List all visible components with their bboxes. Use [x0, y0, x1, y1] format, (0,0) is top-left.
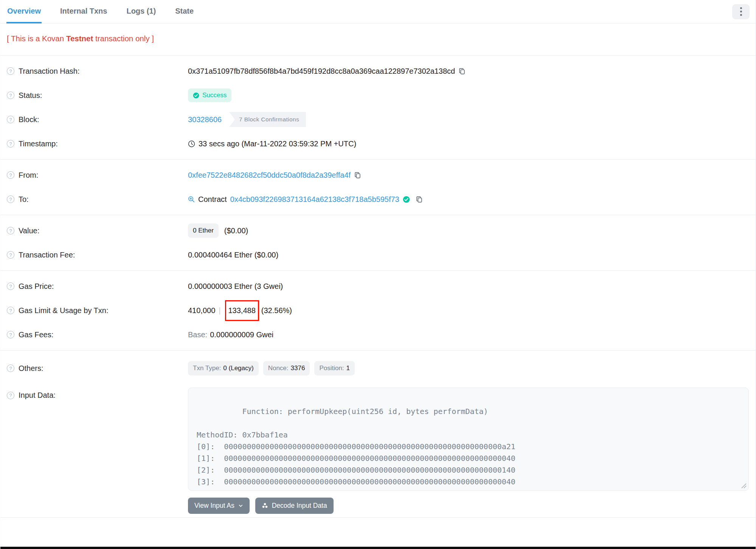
txn-type-value: 0 (Legacy) [223, 364, 253, 372]
base-fee-value: 0.000000009 Gwei [210, 330, 273, 339]
position-badge: Position: 1 [314, 361, 355, 375]
to-type: Contract [198, 195, 227, 204]
copy-icon[interactable] [354, 172, 361, 179]
row-others: ? Others: Txn Type: 0 (Legacy) Nonce: 33… [0, 354, 756, 383]
transaction-details-page: Overview Internal Txns Logs (1) State [ … [0, 0, 756, 549]
help-icon[interactable]: ? [7, 116, 14, 123]
row-value: ? Value: 0 Ether ($0.00) [0, 219, 756, 243]
section-overview-top: ? Transaction Hash: 0x371a51097fb78df856… [0, 55, 756, 159]
block-label: Block: [19, 115, 39, 124]
section-gas: ? Gas Price: 0.000000003 Ether (3 Gwei) … [0, 270, 756, 350]
tab-overview[interactable]: Overview [6, 0, 42, 23]
timestamp-label: Timestamp: [19, 140, 58, 148]
decode-input-data-button[interactable]: Decode Input Data [255, 498, 334, 514]
chevron-down-icon [238, 503, 243, 508]
resize-grip-icon[interactable] [741, 483, 747, 489]
transaction-fee-value: 0.000400464 Ether ($0.00) [188, 251, 278, 259]
notice-suffix: transaction only ] [93, 34, 154, 43]
status-label: Status: [19, 91, 42, 100]
input-data-textarea[interactable]: Function: performUpkeep(uint256 id, byte… [188, 388, 749, 491]
view-input-as-button[interactable]: View Input As [188, 498, 250, 514]
section-others-input: ? Others: Txn Type: 0 (Legacy) Nonce: 33… [0, 350, 756, 517]
tab-state[interactable]: State [174, 0, 194, 23]
to-label: To: [19, 195, 29, 204]
from-label: From: [19, 171, 38, 180]
row-gas-price: ? Gas Price: 0.000000003 Ether (3 Gwei) [0, 274, 756, 298]
row-transaction-fee: ? Transaction Fee: 0.000400464 Ether ($0… [0, 243, 756, 267]
check-circle-icon [193, 92, 199, 99]
row-status: ? Status: Success [0, 83, 756, 107]
nonce-label: Nonce: [268, 364, 289, 372]
row-to: ? To: Contract 0x4cb093f226983713164a621… [0, 187, 756, 211]
section-addresses: ? From: 0xfee7522e8482682cf50ddc50a0f8da… [0, 159, 756, 215]
tab-internal-txns[interactable]: Internal Txns [59, 0, 108, 23]
value-usd: ($0.00) [224, 226, 248, 235]
nonce-value: 3376 [291, 364, 305, 372]
magnifier-plus-icon[interactable] [188, 196, 195, 203]
to-address-link[interactable]: 0x4cb093f226983713164a62138c3f718a5b595f… [230, 195, 399, 204]
gas-used-percent: (32.56%) [261, 306, 292, 315]
decode-icon [262, 502, 268, 509]
help-icon[interactable]: ? [7, 171, 14, 179]
help-icon[interactable]: ? [7, 282, 14, 290]
copy-icon[interactable] [458, 68, 466, 75]
txn-type-label: Txn Type: [193, 364, 221, 372]
copy-icon[interactable] [416, 196, 423, 203]
notice-bold: Testnet [66, 34, 93, 43]
verified-check-icon [403, 196, 410, 203]
row-transaction-hash: ? Transaction Hash: 0x371a51097fb78df856… [0, 59, 756, 83]
input-data-label: Input Data: [19, 391, 56, 400]
help-icon[interactable]: ? [7, 67, 14, 75]
card-footer [0, 517, 756, 530]
input-data-content: Function: performUpkeep(uint256 id, byte… [197, 407, 515, 491]
bottom-window-edge [0, 547, 756, 549]
clock-icon [188, 140, 195, 147]
gas-limit-value: 410,000 [188, 306, 215, 315]
value-amount-badge: 0 Ether [188, 223, 219, 238]
gas-price-label: Gas Price: [19, 282, 54, 291]
others-label: Others: [19, 364, 43, 373]
help-icon[interactable]: ? [7, 331, 14, 338]
timestamp-value: 33 secs ago (Mar-11-2022 03:59:32 PM +UT… [199, 140, 356, 148]
gas-used-annotation-box: 133,488 [225, 300, 259, 321]
help-icon[interactable]: ? [7, 195, 14, 203]
base-fee-label: Base: [188, 330, 207, 339]
help-icon[interactable]: ? [7, 140, 14, 147]
kebab-menu-button[interactable] [732, 4, 750, 19]
help-icon[interactable]: ? [7, 392, 14, 399]
decode-input-data-label: Decode Input Data [272, 502, 327, 510]
section-value: ? Value: 0 Ether ($0.00) ? Transaction F… [0, 215, 756, 270]
transaction-hash-label: Transaction Hash: [19, 67, 80, 76]
transaction-fee-label: Transaction Fee: [19, 251, 75, 259]
row-from: ? From: 0xfee7522e8482682cf50ddc50a0f8da… [0, 163, 756, 187]
help-icon[interactable]: ? [7, 92, 14, 99]
position-label: Position: [319, 364, 344, 372]
gas-limit-usage-label: Gas Limit & Usage by Txn: [19, 306, 109, 315]
testnet-notice: [ This is a Kovan Testnet transaction on… [0, 23, 756, 55]
row-gas-fees: ? Gas Fees: Base: 0.000000009 Gwei [0, 323, 756, 347]
row-block: ? Block: 30328606 7 Block Confirmations [0, 107, 756, 132]
help-icon[interactable]: ? [7, 227, 14, 234]
status-badge: Success [188, 88, 231, 102]
kebab-icon [740, 7, 742, 9]
gas-price-value: 0.000000003 Ether (3 Gwei) [188, 282, 283, 291]
row-timestamp: ? Timestamp: 33 secs ago (Mar-11-2022 03… [0, 132, 756, 156]
value-label: Value: [19, 226, 39, 235]
pipe-separator: | [219, 306, 220, 315]
help-icon[interactable]: ? [7, 251, 14, 259]
nonce-badge: Nonce: 3376 [263, 361, 310, 375]
from-address-link[interactable]: 0xfee7522e8482682cf50ddc50a0f8da2a39effa… [188, 171, 351, 180]
gas-fees-label: Gas Fees: [19, 330, 53, 339]
tab-logs[interactable]: Logs (1) [126, 0, 157, 23]
status-text: Success [202, 92, 227, 99]
help-icon[interactable]: ? [7, 364, 14, 372]
help-icon[interactable]: ? [7, 307, 14, 314]
tab-bar: Overview Internal Txns Logs (1) State [0, 0, 756, 23]
block-number-link[interactable]: 30328606 [188, 115, 222, 124]
gas-used-value: 133,488 [228, 306, 256, 315]
row-gas-limit-usage: ? Gas Limit & Usage by Txn: 410,000 | 13… [0, 298, 756, 323]
notice-prefix: [ This is a Kovan [7, 34, 66, 43]
view-input-as-label: View Input As [194, 502, 234, 510]
transaction-hash-value: 0x371a51097fb78df856f8b4a7bd459f192d8cc8… [188, 67, 455, 76]
position-value: 1 [346, 364, 350, 372]
